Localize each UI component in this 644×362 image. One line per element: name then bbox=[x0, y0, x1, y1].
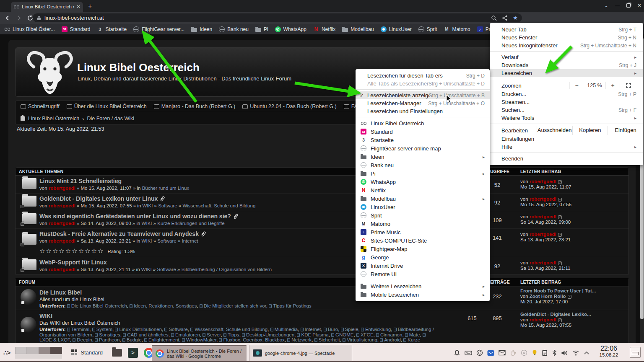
bookmark-menu-item[interactable]: Pi ▸ bbox=[356, 169, 490, 178]
external-link-icon[interactable] bbox=[558, 233, 562, 237]
topic-title-link[interactable]: RustDesk - Freie Alternative zu Teamview… bbox=[39, 230, 199, 237]
notifications-bell-icon[interactable] bbox=[454, 349, 460, 356]
category-link[interactable]: Internet bbox=[182, 238, 198, 243]
category-link[interactable]: Bildbearbeitung / Organisation von Bilde… bbox=[182, 267, 272, 272]
bookmark-bar-item[interactable]: Sprit bbox=[418, 26, 437, 32]
category-link[interactable]: WIKI bbox=[142, 221, 152, 226]
subforum-link[interactable]: CAD und ähnliches bbox=[123, 332, 168, 337]
external-link-icon[interactable] bbox=[558, 198, 562, 202]
bookmark-menu-item[interactable]: George ▸ bbox=[356, 253, 490, 261]
category-link[interactable]: Wissenschaft, Schule und Bildung bbox=[182, 203, 255, 208]
lastpost-author-link[interactable]: robertgoedl bbox=[530, 317, 556, 322]
keyboard-icon[interactable] bbox=[465, 349, 472, 356]
bookmark-bar-item[interactable]: FlightGear server... bbox=[133, 26, 184, 32]
breadcrumb-home-link[interactable]: Linux Bibel Österreich bbox=[28, 116, 79, 122]
bookmark-menu-item[interactable]: Flightgear-Map ▸ bbox=[356, 245, 490, 253]
forum-title-link[interactable]: WIKI bbox=[39, 313, 52, 319]
category-link[interactable]: Kurze Erklärungen und Begriffe bbox=[157, 221, 224, 226]
lastpost-author-link[interactable]: robertgoedl bbox=[530, 214, 556, 219]
back-icon[interactable] bbox=[4, 14, 11, 22]
bookmark-bar-item[interactable]: Startseite bbox=[97, 26, 127, 32]
volume-icon[interactable] bbox=[561, 350, 568, 356]
menu-item-more-tools[interactable]: Weitere Tools▸ bbox=[490, 114, 643, 122]
subforum-link[interactable]: Ideen, Reaktionen, Sonstiges bbox=[130, 303, 197, 308]
close-tab-icon[interactable]: ✕ bbox=[76, 4, 80, 9]
bookmark-menu-item[interactable]: Sprit ▸ bbox=[356, 211, 490, 220]
author-link[interactable]: robertgoedl bbox=[49, 267, 75, 272]
show-desktop-button[interactable] bbox=[630, 347, 641, 358]
nav-item[interactable]: Manjaro - Das Buch (Robert G.) bbox=[154, 103, 235, 109]
terminal-icon[interactable]: > bbox=[128, 348, 138, 358]
lastpost-author-link[interactable]: robertgoedl bbox=[530, 179, 556, 184]
subforum-link[interactable]: Wissenschaft, Schule und Bildung bbox=[190, 327, 267, 332]
category-link[interactable]: WIKI bbox=[142, 238, 152, 243]
bookmark-menu-item[interactable]: Internxt Drive ▸ bbox=[356, 261, 490, 270]
bookmark-menu-item[interactable]: Matomo ▸ bbox=[356, 220, 490, 228]
subforum-link[interactable]: Cinnamon bbox=[376, 332, 402, 337]
subforum-link[interactable]: Desktop-Umgebungen bbox=[242, 332, 294, 337]
subforum-link[interactable]: Terminal bbox=[67, 327, 89, 332]
menu-item-print[interactable]: Drucken...Strg + P bbox=[490, 90, 643, 98]
mail-client-icon[interactable] bbox=[487, 350, 494, 356]
new-tab-button[interactable]: + bbox=[88, 3, 92, 10]
topic-title-link[interactable]: Linux Mint 21 Schnelleinstieg bbox=[39, 178, 122, 184]
fullscreen-button[interactable] bbox=[620, 83, 636, 88]
subforum-link[interactable]: WindowMaker bbox=[182, 337, 216, 342]
subforum-link[interactable]: GNOME bbox=[331, 332, 353, 337]
lastpost-author-link[interactable]: robertgoedl bbox=[530, 197, 556, 202]
menu-item-help[interactable]: Hilfe▸ bbox=[490, 143, 643, 151]
topic-title-link[interactable]: Was sind eigentlich Gerätedateien unter … bbox=[39, 213, 231, 220]
nav-item[interactable]: Über die Linux Bibel Österreich bbox=[67, 103, 147, 109]
forward-icon[interactable] bbox=[15, 14, 23, 22]
minimize-button[interactable]: — bbox=[615, 3, 620, 8]
external-link-icon[interactable] bbox=[558, 318, 562, 322]
lightbulb-icon[interactable] bbox=[532, 349, 538, 356]
submenu-item-show-bookmarks-bar[interactable]: ✓Lesezeichenleiste anzeigenStrg + Umscha… bbox=[356, 91, 490, 99]
bookmark-menu-item[interactable]: Startseite ▸ bbox=[356, 136, 490, 144]
subforum-link[interactable]: Mate bbox=[405, 332, 420, 337]
taskbar-task-chrome[interactable]: Linux Bibel Oesterreich • Die Foren / da… bbox=[152, 345, 247, 361]
category-link[interactable]: WIKI bbox=[141, 267, 152, 272]
address-bar[interactable]: linux-bibel-oesterreich.at ★ bbox=[33, 13, 522, 22]
app-launcher-icon[interactable]: ∴> bbox=[3, 349, 10, 357]
bookmark-bar-item[interactable]: Standard bbox=[62, 26, 91, 32]
tab-search-icon[interactable]: ⌄ bbox=[604, 3, 608, 8]
lastpost-author-link[interactable]: Zoot Horn Rollo bbox=[530, 294, 566, 299]
external-link-icon[interactable] bbox=[558, 261, 562, 265]
subforum-link[interactable]: Spiele bbox=[341, 327, 358, 332]
bookmark-bar-item[interactable]: Bank neu bbox=[219, 26, 249, 32]
forum-title-link[interactable]: Die Linux Bibel bbox=[39, 289, 82, 296]
topic-title-link[interactable]: WebP-Support für Linux bbox=[39, 259, 107, 266]
bookmark-menu-item[interactable]: Prime Music ▸ bbox=[356, 228, 490, 236]
author-link[interactable]: robertgoedl bbox=[49, 221, 75, 226]
category-link[interactable]: Software bbox=[158, 203, 177, 208]
close-window-button[interactable]: ✕ bbox=[637, 3, 641, 8]
paste-button[interactable]: Einfügen bbox=[608, 126, 643, 135]
zoom-indicator-icon[interactable] bbox=[491, 15, 497, 21]
subforum-link[interactable]: Multimedia bbox=[270, 327, 298, 332]
external-link-icon[interactable] bbox=[558, 180, 562, 184]
breadcrumb-current-link[interactable]: Die Foren / das Wiki bbox=[87, 116, 134, 122]
bookmark-menu-item[interactable]: Modellbau ▸ bbox=[356, 194, 490, 203]
menu-item-settings[interactable]: Einstellungen bbox=[490, 135, 643, 143]
envelope-icon[interactable] bbox=[499, 350, 506, 356]
subforum-link[interactable]: Budgie bbox=[122, 337, 142, 342]
bookmark-bar-item[interactable]: Pi bbox=[255, 26, 268, 32]
bookmark-star-icon[interactable]: ★ bbox=[513, 15, 518, 21]
bookmark-menu-item[interactable]: FlightGear server online map ▸ bbox=[356, 144, 490, 153]
submenu-item-other-bookmarks[interactable]: Weitere Lesezeichen▸ bbox=[356, 282, 490, 290]
disc-icon[interactable] bbox=[521, 349, 527, 356]
bookmark-bar-item[interactable]: LinuxUser bbox=[381, 26, 412, 32]
browser-tab[interactable]: Linux Bibel Oesterreich • Die F ✕ bbox=[11, 2, 83, 12]
desktop-1[interactable] bbox=[15, 347, 27, 354]
subforum-link[interactable]: Tipps bbox=[223, 332, 239, 337]
subforum-link[interactable]: Enlightenment bbox=[144, 337, 179, 342]
subforum-link[interactable]: Die Mitglieder stellen sich vor bbox=[200, 303, 266, 308]
submenu-item-bookmark-settings[interactable]: Lesezeichen und Einstellungen bbox=[356, 107, 490, 115]
wifi-icon[interactable] bbox=[572, 350, 579, 356]
desktop-2[interactable] bbox=[27, 347, 39, 354]
subforum-link[interactable]: System bbox=[92, 327, 112, 332]
category-link[interactable]: Software bbox=[157, 238, 176, 243]
file-manager-icon[interactable] bbox=[112, 349, 122, 357]
nav-item[interactable]: Ubuntu 22.04 - Das Buch (Robert G.) bbox=[242, 103, 336, 109]
